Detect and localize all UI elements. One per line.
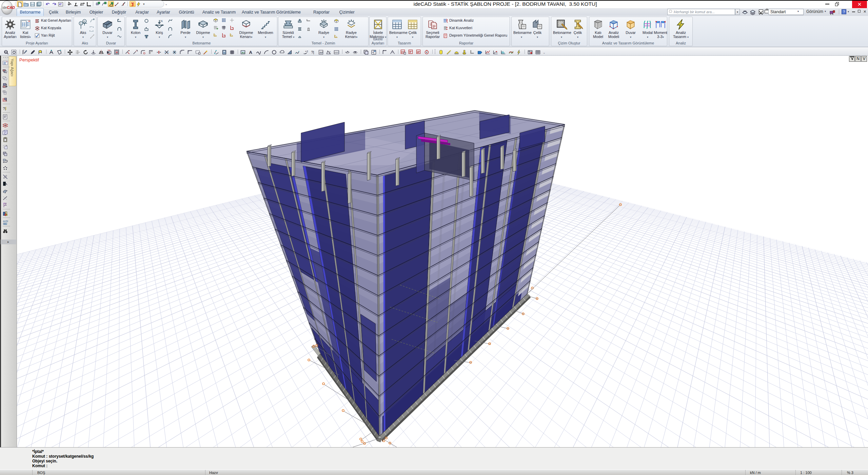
svg-text:A: A <box>249 50 253 55</box>
svg-text:?|: ?| <box>3 107 6 111</box>
svg-text:3P: 3P <box>417 51 420 53</box>
svg-text:?: ? <box>329 51 331 53</box>
svg-text:+2: +2 <box>305 50 309 53</box>
svg-text:Z: Z <box>410 51 411 54</box>
svg-text:N: N <box>160 19 162 23</box>
svg-text:A: A <box>83 20 85 23</box>
svg-text:mm²: mm² <box>335 51 339 53</box>
svg-text:?|: ?| <box>311 50 314 54</box>
svg-text:1: 1 <box>80 22 82 25</box>
svg-text:ABC: ABC <box>3 222 8 224</box>
svg-text:m²: m² <box>320 51 323 54</box>
